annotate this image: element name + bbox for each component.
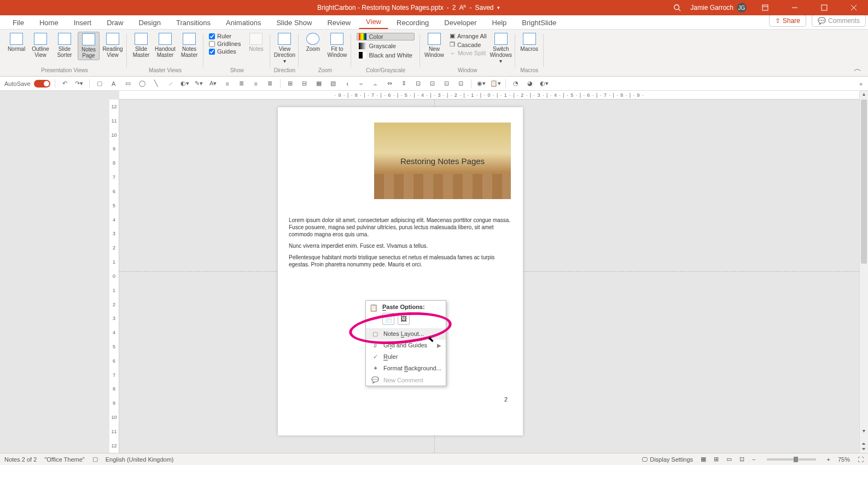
- bw-mode-button[interactable]: Black and White: [357, 51, 414, 59]
- tab-design[interactable]: Design: [132, 16, 168, 29]
- prev-page-button[interactable]: ⏶: [861, 441, 866, 446]
- macros-button[interactable]: Macros: [519, 32, 540, 53]
- guides-checkbox[interactable]: Guides: [209, 48, 241, 55]
- qat-misc7-icon[interactable]: ◐▾: [539, 78, 550, 89]
- ruler-checkbox[interactable]: Ruler: [209, 33, 241, 39]
- autosave-toggle[interactable]: [34, 80, 50, 88]
- qat-overflow-button[interactable]: »: [859, 80, 868, 87]
- qat-dist-h-icon[interactable]: ⇔: [385, 78, 395, 89]
- tab-insert[interactable]: Insert: [67, 16, 99, 29]
- ribbon-display-options[interactable]: [754, 0, 776, 15]
- collapse-ribbon-button[interactable]: ︿: [849, 62, 866, 76]
- qat-align-left-icon[interactable]: ≡: [222, 78, 233, 89]
- qat-dist-v-icon[interactable]: ⇕: [399, 78, 410, 89]
- tab-help[interactable]: Help: [485, 16, 514, 29]
- save-state-dropdown[interactable]: ▾: [497, 5, 500, 10]
- scroll-down-button[interactable]: ▾: [860, 428, 868, 436]
- qat-ungroup-icon[interactable]: ⊟: [299, 78, 310, 89]
- qat-justify-icon[interactable]: ≣: [265, 78, 276, 89]
- comments-button[interactable]: 💬Comments: [812, 15, 866, 27]
- scroll-up-button[interactable]: ▴: [860, 91, 868, 100]
- share-button[interactable]: ⇪Share: [769, 15, 806, 27]
- tab-brightslide[interactable]: BrightSlide: [515, 16, 563, 29]
- tab-developer[interactable]: Developer: [437, 16, 483, 29]
- fit-to-window-button[interactable]: Fit to Window: [326, 32, 348, 59]
- next-page-button[interactable]: ⏷: [861, 446, 866, 452]
- vertical-scrollbar[interactable]: ▴ ▾ ⏶ ⏷: [859, 91, 868, 453]
- qat-outline-icon[interactable]: ✎▾: [194, 78, 205, 89]
- reading-view-button[interactable]: Reading View: [102, 32, 124, 59]
- qat-paste-icon[interactable]: 📋▾: [490, 78, 501, 89]
- tab-transitions[interactable]: Transitions: [169, 16, 218, 29]
- tab-view[interactable]: View: [359, 15, 388, 29]
- switch-windows-button[interactable]: Switch Windows ▾: [490, 32, 512, 65]
- qat-align-icon[interactable]: ⫞: [342, 78, 353, 89]
- gridlines-checkbox[interactable]: Gridlines: [209, 40, 241, 47]
- tab-review[interactable]: Review: [320, 16, 358, 29]
- search-button[interactable]: [672, 2, 683, 13]
- color-mode-button[interactable]: Color: [357, 33, 414, 40]
- display-settings-button[interactable]: 🖵 Display Settings: [642, 456, 693, 463]
- slide-sorter-status-button[interactable]: ⊞: [714, 456, 719, 463]
- notes-page-button[interactable]: Notes Page: [78, 32, 100, 60]
- close-button[interactable]: [843, 0, 865, 15]
- qat-fontcolor-icon[interactable]: A▾: [208, 78, 219, 89]
- qat-align2-icon[interactable]: ⫟: [356, 78, 367, 89]
- minimize-button[interactable]: [784, 0, 806, 15]
- handout-master-button[interactable]: Handout Master: [154, 32, 176, 59]
- fit-to-window-status-button[interactable]: ⛶: [858, 456, 864, 463]
- tab-recording[interactable]: Recording: [389, 16, 436, 29]
- qat-group-icon[interactable]: ⊞: [285, 78, 296, 89]
- qat-freeform-icon[interactable]: ⟋: [165, 78, 176, 89]
- cascade-button[interactable]: ❐Cascade: [448, 40, 488, 49]
- qat-misc3-icon[interactable]: ⊡: [441, 78, 452, 89]
- user-account[interactable]: Jamie Garroch JG: [690, 3, 747, 13]
- grayscale-mode-button[interactable]: Grayscale: [357, 42, 414, 50]
- undo-button[interactable]: ↶: [60, 78, 71, 89]
- view-direction-button[interactable]: View Direction ▾: [273, 32, 295, 65]
- qat-fill-icon[interactable]: ◐▾: [179, 78, 190, 89]
- qat-align-center-icon[interactable]: ≣: [236, 78, 247, 89]
- qat-mergeshapes-icon[interactable]: ◉▾: [476, 78, 487, 89]
- qat-textbox-icon[interactable]: A: [108, 78, 119, 89]
- arrange-all-button[interactable]: ▣Arrange All: [448, 32, 488, 40]
- notes-master-button[interactable]: Notes Master: [178, 32, 200, 59]
- grid-guides-menuitem[interactable]: #Grid and Guides▶: [366, 340, 446, 351]
- slideshow-status-button[interactable]: ⊡: [739, 456, 744, 463]
- reading-view-status-button[interactable]: ▭: [726, 456, 732, 463]
- paste-picture-button[interactable]: 🖼: [398, 313, 410, 325]
- qat-align3-icon[interactable]: ⫠: [370, 78, 381, 89]
- normal-view-button[interactable]: Normal: [5, 32, 27, 53]
- notes-layout-menuitem[interactable]: ▢Notes Layout...: [366, 328, 446, 340]
- notes-body-text[interactable]: Lorem ipsum dolor sit amet, consectetuer…: [289, 217, 512, 272]
- qat-align-right-icon[interactable]: ≡: [251, 78, 261, 89]
- scroll-thumb[interactable]: [861, 100, 867, 264]
- status-theme[interactable]: "Office Theme": [44, 456, 84, 463]
- ruler-menuitem[interactable]: ✓Ruler: [366, 351, 446, 363]
- maximize-button[interactable]: [813, 0, 835, 15]
- qat-btn-1[interactable]: ▢: [94, 78, 105, 89]
- zoom-in-button[interactable]: +: [827, 456, 830, 463]
- tab-home[interactable]: Home: [32, 16, 66, 29]
- status-language[interactable]: English (United Kingdom): [106, 456, 174, 463]
- notes-page-canvas[interactable]: Restoring Notes Pages Lorem ipsum dolor …: [278, 107, 523, 435]
- slide-sorter-button[interactable]: Slide Sorter: [54, 32, 75, 59]
- qat-misc1-icon[interactable]: ⊡: [413, 78, 424, 89]
- status-notes-count[interactable]: Notes 2 of 2: [4, 456, 37, 463]
- zoom-button[interactable]: Zoom: [302, 32, 324, 53]
- redo-button[interactable]: ↷▾: [74, 78, 85, 89]
- tab-slideshow[interactable]: Slide Show: [269, 16, 319, 29]
- zoom-slider[interactable]: [767, 458, 816, 461]
- qat-oval-icon[interactable]: ◯: [137, 78, 148, 89]
- qat-misc6-icon[interactable]: ◕: [525, 78, 535, 89]
- new-window-button[interactable]: New Window: [423, 32, 445, 59]
- slide-thumbnail[interactable]: Restoring Notes Pages: [374, 123, 511, 199]
- slide-master-button[interactable]: Slide Master: [130, 32, 152, 59]
- notes-button[interactable]: Notes: [245, 32, 267, 53]
- paste-use-destination-button[interactable]: 📄: [382, 313, 394, 325]
- zoom-out-button[interactable]: −: [752, 456, 755, 463]
- qat-rect-icon[interactable]: ▭: [123, 78, 133, 89]
- tab-draw[interactable]: Draw: [100, 16, 130, 29]
- qat-misc2-icon[interactable]: ⊡: [427, 78, 438, 89]
- qat-bringfront-icon[interactable]: ▦: [313, 78, 324, 89]
